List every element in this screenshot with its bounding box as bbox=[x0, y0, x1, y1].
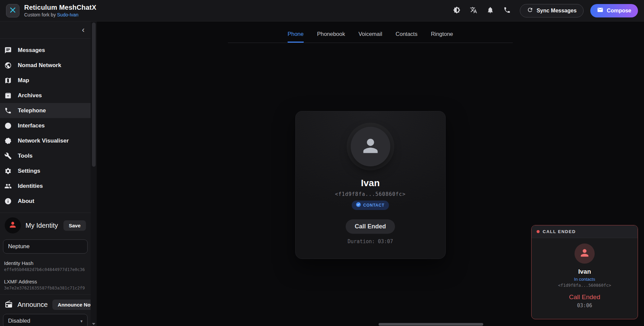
horizontal-scrollbar-thumb[interactable] bbox=[379, 323, 483, 326]
app-header: Reticulum MeshChatX Custom fork by Sudo-… bbox=[0, 0, 644, 21]
app-subtitle: Custom fork by Sudo-Ivan bbox=[24, 12, 96, 17]
app-logo[interactable] bbox=[6, 4, 19, 17]
sidebar-item-label: Messages bbox=[18, 47, 45, 54]
telephone-header-button[interactable] bbox=[503, 7, 511, 15]
header-actions: Sync Messages Compose bbox=[453, 4, 638, 17]
person-icon bbox=[8, 220, 17, 230]
svg-text:?: ? bbox=[7, 139, 9, 143]
sidebar-item-identities[interactable]: Identities bbox=[0, 178, 91, 194]
call-card: Ivan <f1d9f8fa...560860fc> CONTACT Call … bbox=[295, 111, 446, 259]
identity-name-input[interactable] bbox=[3, 239, 88, 254]
phone-icon bbox=[503, 6, 511, 15]
hub-icon bbox=[4, 122, 12, 129]
in-contacts-link[interactable]: In contacts bbox=[574, 277, 595, 282]
identity-hash-value: effe95b0482d7b6c04844977d17e0c36 bbox=[4, 267, 87, 272]
sidebar-collapse-button[interactable]: ‹ bbox=[80, 26, 87, 33]
sidebar-item-label: Nomad Network bbox=[18, 62, 61, 69]
people-icon bbox=[4, 182, 12, 190]
network-question-icon: ? bbox=[4, 137, 12, 145]
gear-icon bbox=[4, 167, 12, 175]
refresh-icon bbox=[527, 7, 533, 14]
tab-ringtone[interactable]: Ringtone bbox=[431, 31, 453, 43]
sidebar-item-nomad-network[interactable]: Nomad Network bbox=[0, 58, 91, 73]
notifications-button[interactable] bbox=[486, 7, 494, 15]
sidebar-item-telephone[interactable]: Telephone bbox=[0, 103, 91, 118]
notification-header: CALL ENDED bbox=[532, 225, 638, 238]
bell-icon bbox=[487, 6, 494, 15]
person-icon bbox=[579, 247, 590, 260]
sidebar-item-label: Interfaces bbox=[18, 122, 45, 129]
sidebar-item-label: Map bbox=[18, 77, 29, 84]
info-icon bbox=[4, 198, 12, 205]
language-button[interactable] bbox=[469, 7, 478, 15]
contact-badge: CONTACT bbox=[352, 201, 389, 210]
phone-tabs: Phone Phonebook Voicemail Contacts Ringt… bbox=[97, 21, 644, 43]
person-icon bbox=[360, 135, 381, 158]
sidebar-item-archives[interactable]: Archives bbox=[0, 88, 91, 103]
author-link[interactable]: Sudo-Ivan bbox=[57, 12, 79, 17]
notification-body: Ivan In contacts <f1d9f8fa...560860fc> C… bbox=[532, 238, 638, 309]
notification-caller-name: Ivan bbox=[578, 268, 591, 275]
radio-icon bbox=[5, 300, 13, 310]
sidebar-item-label: Identities bbox=[18, 183, 43, 189]
save-button[interactable]: Save bbox=[63, 220, 86, 231]
tab-voicemail[interactable]: Voicemail bbox=[358, 31, 382, 43]
sidebar-item-about[interactable]: About bbox=[0, 194, 91, 209]
wrench-icon bbox=[4, 152, 12, 160]
call-duration: Duration: 03:07 bbox=[348, 238, 393, 245]
lxmf-address-label: LXMF Address bbox=[4, 279, 87, 284]
subtitle-text: Custom fork by bbox=[24, 12, 57, 17]
app-titles: Reticulum MeshChatX Custom fork by Sudo-… bbox=[24, 4, 96, 17]
call-avatar bbox=[351, 127, 390, 166]
sync-messages-label: Sync Messages bbox=[537, 8, 577, 14]
announce-interval-value: Disabled bbox=[8, 318, 30, 324]
phone-icon bbox=[4, 107, 12, 114]
identity-hash-label: Identity Hash bbox=[4, 260, 87, 266]
sidebar-item-interfaces[interactable]: Interfaces bbox=[0, 118, 91, 133]
call-ended-button[interactable]: Call Ended bbox=[346, 219, 395, 234]
sidebar-item-messages[interactable]: Messages bbox=[0, 43, 91, 58]
brightness-icon bbox=[453, 6, 460, 15]
scrollbar-down-arrow-icon[interactable] bbox=[92, 323, 95, 325]
chat-icon bbox=[4, 47, 12, 54]
x-logo-icon bbox=[9, 6, 16, 15]
chevron-down-icon: ▾ bbox=[80, 319, 83, 324]
sidebar-item-map[interactable]: Map bbox=[0, 73, 91, 88]
sidebar: ‹ Messages Nomad Network bbox=[0, 21, 97, 326]
compose-label: Compose bbox=[607, 8, 631, 14]
announce-now-button[interactable]: Announce Now bbox=[52, 300, 97, 310]
page-title: Reticulum MeshChatX bbox=[24, 4, 96, 11]
sidebar-item-tools[interactable]: Tools bbox=[0, 148, 91, 163]
my-identity-avatar bbox=[5, 217, 21, 233]
caller-hash: <f1d9f8fa...560860fc> bbox=[335, 191, 406, 197]
tab-phonebook[interactable]: Phonebook bbox=[317, 31, 345, 43]
sync-messages-button[interactable]: Sync Messages bbox=[520, 4, 584, 17]
mail-icon bbox=[597, 7, 603, 14]
tab-phone[interactable]: Phone bbox=[288, 31, 304, 43]
tab-contacts[interactable]: Contacts bbox=[396, 31, 417, 43]
caller-name: Ivan bbox=[361, 178, 380, 188]
sidebar-scrollbar-track[interactable] bbox=[91, 21, 97, 326]
call-ended-notification[interactable]: CALL ENDED Ivan In contacts <f1d9f8fa...… bbox=[531, 225, 638, 319]
announce-interval-select[interactable]: Disabled ▾ bbox=[3, 314, 88, 326]
sidebar-item-label: Settings bbox=[18, 168, 40, 174]
sidebar-item-label: Archives bbox=[18, 92, 42, 99]
contact-badge-label: CONTACT bbox=[363, 203, 384, 208]
notification-avatar bbox=[575, 243, 595, 264]
theme-toggle-button[interactable] bbox=[453, 7, 461, 15]
lxmf-address-value: 3e7e2e37621635587fb83a381c71c2f9 bbox=[4, 285, 87, 290]
sidebar-item-label: Telephone bbox=[18, 107, 46, 114]
compose-button[interactable]: Compose bbox=[590, 4, 638, 17]
notification-title: CALL ENDED bbox=[543, 229, 576, 234]
notification-status: Call Ended bbox=[569, 293, 600, 301]
sidebar-scrollbar-thumb[interactable] bbox=[92, 22, 96, 167]
sidebar-item-label: Tools bbox=[18, 153, 33, 159]
sidebar-item-label: Network Visualiser bbox=[18, 138, 69, 144]
my-identity-title: My Identity bbox=[26, 222, 58, 229]
globe-icon bbox=[4, 62, 12, 69]
map-icon bbox=[4, 77, 12, 84]
sidebar-item-network-visualiser[interactable]: ? Network Visualiser bbox=[0, 133, 91, 148]
sidebar-item-label: About bbox=[18, 198, 34, 205]
red-status-dot-icon bbox=[537, 230, 540, 233]
sidebar-item-settings[interactable]: Settings bbox=[0, 163, 91, 178]
